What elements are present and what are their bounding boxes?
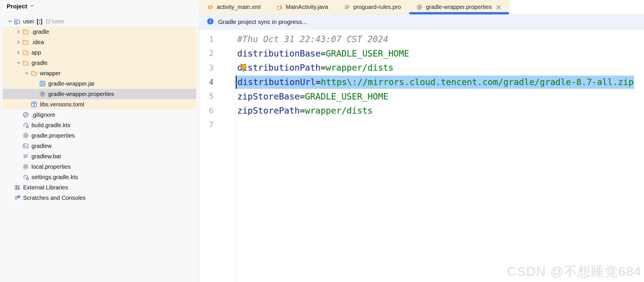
folder-icon: [22, 49, 29, 56]
tree-item-gradle[interactable]: gradle: [3, 58, 196, 68]
code-line-3[interactable]: distributionPath=wrapper/dists: [236, 61, 644, 75]
ide-window: Project user[:]D:\user.gradle.ideaappgra…: [0, 0, 644, 282]
tree-item-gradlew-bat[interactable]: gradlew.bat: [3, 151, 196, 161]
code-line-2[interactable]: distributionBase=GRADLE_USER_HOME: [236, 46, 644, 61]
java-class-icon: [276, 4, 282, 10]
token-value: wrapper/dists: [305, 106, 373, 116]
chevron-spacer: [23, 101, 30, 108]
chevron-spacer: [15, 163, 22, 170]
chevron-down-icon[interactable]: [29, 3, 35, 10]
code-line-1[interactable]: #Thu Oct 31 22:43:07 CST 2024: [236, 32, 644, 46]
gear-icon: [22, 132, 29, 139]
close-icon[interactable]: ×: [495, 3, 502, 11]
tab-label: MainActivity.java: [286, 4, 328, 10]
tree-item-gradle-properties[interactable]: gradle.properties: [3, 130, 196, 141]
token-value: https\://mirrors.cloud.tencent.com/gradl…: [321, 77, 634, 87]
tree-item-label: .idea: [31, 39, 44, 46]
active-tab-underline: [409, 12, 509, 14]
chevron-spacer: [15, 111, 22, 118]
chevron-right-icon[interactable]: [15, 39, 22, 46]
line-number-3[interactable]: 3: [199, 61, 235, 75]
info-icon: [207, 18, 214, 26]
tree-item-label: build.gradle.kts: [31, 122, 70, 129]
token-value: GRADLE_USER_HOME: [326, 48, 409, 59]
tree-item-label: user: [23, 18, 34, 25]
chevron-spacer: [7, 184, 14, 191]
line-number-5[interactable]: 5: [199, 89, 235, 104]
token-key: zipStorePath: [237, 106, 300, 116]
code-viewport[interactable]: #Thu Oct 31 22:43:07 CST 2024distributio…: [236, 30, 644, 282]
jar-archive-icon: [39, 80, 46, 87]
tree-item-gradle-wrapper-jar[interactable]: gradle-wrapper.jar: [3, 78, 196, 89]
folder-icon: [22, 59, 29, 66]
chevron-spacer: [15, 153, 22, 160]
tree-item-external-libraries[interactable]: External Libraries: [3, 182, 196, 193]
chevron-down-icon[interactable]: [23, 70, 30, 77]
tree-item-label: External Libraries: [23, 184, 68, 191]
tree-item-build-gradle-kts[interactable]: build.gradle.kts: [3, 120, 196, 130]
tree-item-wrapper[interactable]: wrapper: [3, 68, 196, 78]
module-folder-icon: [14, 18, 21, 25]
chevron-spacer: [32, 91, 39, 97]
editor-gutter[interactable]: 1234567: [199, 30, 236, 282]
tab-activity-main-xml[interactable]: activity_main.xml: [199, 0, 268, 14]
tree-item-label: .gitignore: [31, 112, 55, 118]
chevron-right-icon[interactable]: [15, 28, 22, 35]
line-number-7[interactable]: 7: [199, 118, 235, 132]
chevron-spacer: [15, 122, 22, 129]
token-key: distributionBase: [237, 48, 321, 59]
editor-body[interactable]: 1234567 #Thu Oct 31 22:43:07 CST 2024dis…: [199, 30, 644, 282]
line-number-2[interactable]: 2: [199, 46, 235, 61]
token-comment: #Thu Oct 31 22:43:07 CST 2024: [237, 34, 388, 44]
tree-item--gitignore[interactable]: .gitignore: [3, 110, 196, 120]
tree-item-label: .gradle: [31, 29, 49, 35]
folder-icon: [22, 39, 29, 46]
sync-notification-banner: Gradle project sync in progress...: [199, 14, 644, 30]
tree-item-scratches-and-consoles[interactable]: Scratches and Consoles: [3, 193, 196, 203]
chevron-spacer: [15, 142, 22, 149]
tree-item-app[interactable]: app: [3, 47, 196, 58]
tree-item-libs-versions-toml[interactable]: libs.versions.toml: [3, 99, 196, 110]
tree-item-label: gradle-wrapper.properties: [48, 91, 114, 97]
tree-item--idea[interactable]: .idea: [3, 37, 196, 47]
token-eq: =: [300, 91, 305, 101]
tree-item-gradle-wrapper-properties[interactable]: gradle-wrapper.properties: [3, 89, 196, 99]
line-number-1[interactable]: 1: [199, 32, 235, 46]
project-panel-header[interactable]: Project: [0, 0, 199, 13]
chevron-down-icon[interactable]: [7, 18, 14, 25]
intention-bulb-icon[interactable]: [239, 63, 248, 74]
module-marker: [:]: [37, 18, 42, 25]
code-line-4[interactable]: distributionUrl=https\://mirrors.cloud.t…: [236, 75, 644, 89]
code-line-6[interactable]: zipStorePath=wrapper/dists: [236, 104, 644, 118]
chevron-right-icon[interactable]: [15, 49, 22, 56]
code-line-5[interactable]: zipStoreBase=GRADLE_USER_HOME: [236, 89, 644, 104]
gradle-kts-icon: [22, 174, 29, 181]
tab-proguard-rules-pro[interactable]: proguard-rules.pro: [336, 0, 409, 14]
gear-icon: [22, 163, 29, 170]
tree-item-gradlew[interactable]: gradlew: [3, 141, 196, 151]
tree-item-local-properties[interactable]: local.properties: [3, 161, 196, 172]
token-eq: =: [321, 48, 326, 59]
line-number-4[interactable]: 4: [199, 75, 235, 89]
token-eq: =: [316, 77, 321, 87]
tab-gradle-wrapper-properties[interactable]: gradle-wrapper.properties×: [409, 0, 510, 14]
code-line-7[interactable]: [236, 118, 644, 132]
ignore-icon: [22, 111, 29, 118]
tree-item-label: gradle: [31, 60, 48, 66]
text-lines-icon: [344, 4, 350, 10]
gear-icon: [39, 91, 46, 97]
tree-item-user[interactable]: user[:]D:\user: [3, 16, 196, 27]
tree-item-label: gradlew: [31, 143, 52, 149]
scratches-icon: [14, 194, 21, 201]
token-key: distributionUrl: [237, 77, 316, 87]
tab-mainactivity-java[interactable]: MainActivity.java: [268, 0, 336, 14]
chevron-spacer: [15, 132, 22, 139]
chevron-spacer: [15, 174, 22, 181]
tree-item-settings-gradle-kts[interactable]: settings.gradle.kts: [3, 172, 196, 182]
chevron-down-icon[interactable]: [15, 59, 22, 66]
tree-item-label: libs.versions.toml: [40, 101, 84, 108]
token-value: GRADLE_USER_HOME: [305, 91, 388, 101]
tree-item--gradle[interactable]: .gradle: [3, 27, 196, 37]
text-lines-icon: [22, 153, 29, 160]
line-number-6[interactable]: 6: [199, 104, 235, 118]
